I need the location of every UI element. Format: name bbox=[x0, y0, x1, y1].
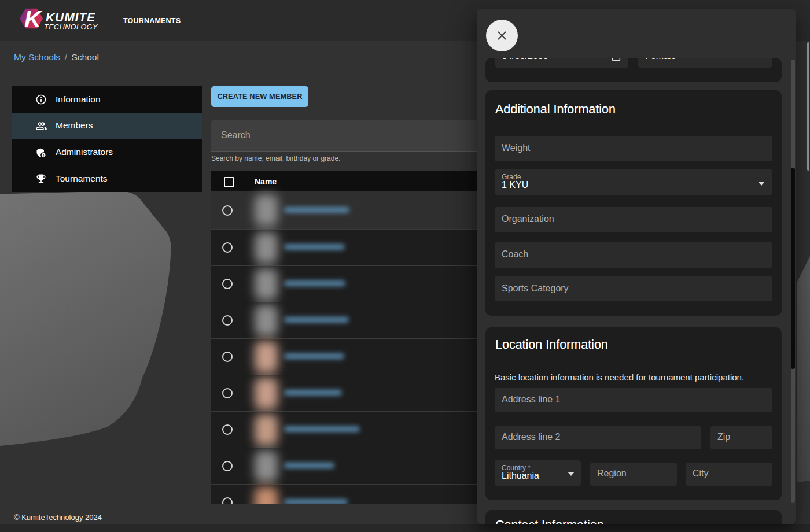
svg-text:K: K bbox=[24, 6, 43, 31]
